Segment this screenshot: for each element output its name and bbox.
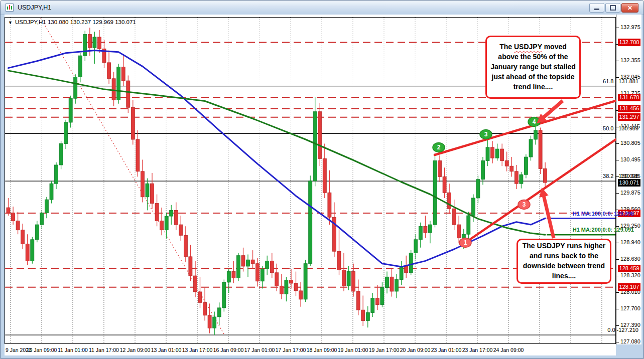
price-badge-red: 131.670 (618, 94, 640, 101)
ma-200-label: H1 MA:200:0:0: 129.091 (573, 227, 634, 233)
fib-label: 61.8 - 131.881 (603, 78, 638, 84)
fib-label: 50.0 - 130.989 (603, 125, 638, 131)
time-label: 13 Jan 01:00 (151, 347, 182, 353)
svg-text:3: 3 (484, 131, 488, 138)
time-label: 17 Jan 01:00 (244, 347, 275, 353)
price-tick: 130.805 (620, 140, 640, 146)
time-label: 11 Jan 17:00 (89, 347, 119, 353)
time-label: 17 Jan 17:00 (276, 347, 306, 353)
annotation-box-topside[interactable]: The USDJPY moved above the 50% of the Ja… (485, 36, 581, 99)
symbol-dropdown-icon[interactable]: ▼ (8, 20, 13, 25)
price-tick: 129.875 (620, 190, 640, 196)
marker-circle-red-3[interactable]: 3 (518, 200, 530, 210)
axis-corner (616, 344, 641, 355)
price-tick: 128.630 (620, 256, 640, 262)
price-tick: 132.975 (620, 24, 640, 30)
price-badge-red: 131.456 (618, 105, 640, 112)
time-label: 13 Jan 17:00 (182, 347, 213, 353)
close-icon: ✕ (627, 5, 632, 12)
ma-100-label: H1 MA:100:0:0: 129.398 (573, 211, 634, 217)
fib-label: 0.0 -127.210 (607, 327, 638, 333)
time-label: 10 Jan 09:00 (27, 347, 57, 353)
time-label: 18 Jan 09:00 (307, 347, 337, 353)
titlebar: USDJPY,H1 ✕ (1, 1, 643, 15)
price-badge-red: 128.459 (618, 265, 640, 272)
svg-text:1: 1 (464, 239, 467, 246)
svg-text:2: 2 (437, 144, 441, 151)
app-window: USDJPY,H1 ✕ 23413 ▼USDJPY,H1 130.080 130… (0, 0, 644, 359)
window-title: USDJPY,H1 (18, 4, 51, 11)
time-label: 19 Jan 17:00 (369, 347, 400, 353)
time-label: 24 Jan 09:00 (493, 347, 524, 353)
price-tick: 128.940 (620, 239, 640, 245)
marker-circle-green-4[interactable]: 4 (528, 117, 540, 127)
marker-circle-green-3[interactable]: 3 (480, 130, 492, 139)
price-badge-black: 130.071 (618, 179, 640, 187)
minimize-button[interactable] (589, 3, 604, 13)
time-label: 16 Jan 09:00 (213, 347, 244, 353)
svg-text:4: 4 (533, 118, 536, 125)
ohlc-header: ▼USDJPY,H1 130.080 130.237 129.969 130.0… (8, 19, 136, 25)
fib-label: 38.2 - 130.098 (603, 173, 638, 179)
price-badge-red: 128.107 (618, 283, 640, 291)
restore-button[interactable] (605, 3, 620, 13)
chart-client-area[interactable]: 23413 ▼USDJPY,H1 130.080 130.237 129.969… (5, 15, 641, 355)
time-label: 23 Jan 17:00 (462, 347, 493, 353)
ohlc-text: USDJPY,H1 130.080 130.237 129.969 130.07… (15, 19, 136, 25)
time-label: 20 Jan 09:00 (400, 347, 431, 353)
marker-circle-green-2[interactable]: 2 (433, 143, 445, 152)
time-label: 11 Jan 01:00 (58, 347, 88, 353)
price-tick: 128.320 (620, 272, 640, 278)
price-badge-red: 131.297 (618, 113, 640, 121)
price-tick: 132.355 (620, 57, 640, 63)
annotation-text: The USDJPY moved above the 50% of the Ja… (490, 42, 576, 92)
time-label: 19 Jan 01:00 (338, 347, 368, 353)
time-axis[interactable]: 9 Jan 202310 Jan 09:0011 Jan 01:0011 Jan… (5, 344, 616, 355)
marker-circle-red-1[interactable]: 1 (459, 238, 471, 248)
svg-text:3: 3 (523, 201, 526, 208)
price-badge-red: 132.700 (618, 39, 640, 46)
time-label: 12 Jan 09:00 (120, 347, 151, 353)
price-tick: 130.495 (620, 156, 640, 162)
time-label: 23 Jan 01:00 (431, 347, 462, 353)
minimize-icon (594, 9, 599, 10)
close-button[interactable]: ✕ (621, 3, 638, 13)
annotation-text: The USDJPY runs higher and runs back to … (522, 241, 606, 281)
restore-icon (610, 5, 616, 11)
annotation-box-downside[interactable]: The USDJPY runs higher and runs back to … (517, 239, 611, 284)
price-axis[interactable]: 132.975132.665132.355132.045131.735131.4… (616, 15, 641, 344)
price-tick: 127.080 (620, 338, 640, 344)
chart-icon (6, 4, 14, 12)
price-tick: 127.700 (620, 305, 640, 311)
